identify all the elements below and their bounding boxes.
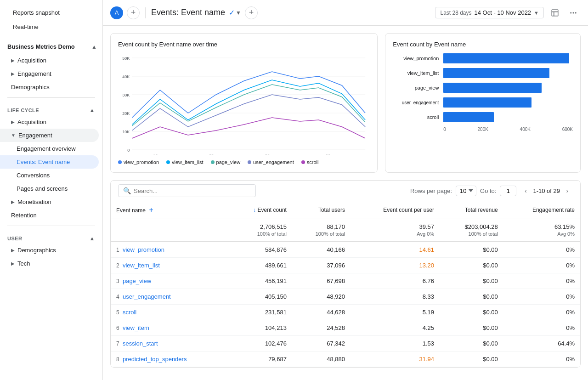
bar-row-scroll: scroll — [393, 112, 573, 122]
sidebar-section-label-user[interactable]: User ▲ — [0, 230, 102, 244]
event-name-link[interactable]: view_item_list — [123, 262, 160, 269]
event-name-link[interactable]: scroll — [123, 309, 136, 316]
data-table: Event name + ↓ Event count Total users E… — [111, 201, 580, 367]
th-total-users[interactable]: Total users — [292, 201, 351, 219]
event-name-link[interactable]: predicted_top_spenders — [123, 356, 187, 363]
td-engagement: 0% — [503, 258, 580, 273]
legend-dot — [248, 160, 251, 164]
td-revenue: $0.00 — [440, 336, 503, 352]
expand-icon: ▶ — [11, 199, 15, 204]
divider — [7, 226, 95, 226]
event-name-link[interactable]: page_view — [123, 278, 151, 284]
divider — [7, 97, 95, 98]
add-report-button[interactable]: + — [245, 6, 258, 19]
summary-total-users: 88,170 100% of total — [292, 219, 351, 242]
line-chart-title: Event count by Event name over time — [118, 41, 370, 48]
th-total-revenue[interactable]: Total revenue — [440, 201, 503, 219]
page-nav: ‹ 1-10 of 29 › — [520, 185, 573, 196]
rows-per-page-label: Rows per page: — [410, 187, 452, 194]
summary-engagement: 63.15% Avg 0% — [503, 219, 580, 242]
legend-item-page-view: page_view — [211, 159, 241, 165]
sidebar-item-acquisition-lc[interactable]: ▶ Acquisition — [0, 115, 99, 129]
add-property-button[interactable]: + — [127, 6, 140, 19]
sidebar-item-engagement-overview[interactable]: Engagement overview — [0, 142, 99, 155]
report-status-dropdown[interactable]: ✓ ▼ — [229, 8, 241, 17]
sort-desc-icon: ↓ — [253, 207, 256, 213]
summary-revenue: $203,004.28 100% of total — [440, 219, 503, 242]
topbar: A + Events: Event name ✓ ▼ + Last 28 day… — [103, 0, 588, 26]
td-revenue: $0.00 — [440, 305, 503, 320]
check-icon: ✓ — [229, 8, 235, 17]
bar-label: user_engagement — [393, 100, 443, 105]
event-name-link[interactable]: view_item — [123, 324, 149, 331]
prev-page-button[interactable]: ‹ — [520, 185, 531, 196]
sidebar-item-tech[interactable]: ▶ Tech — [0, 257, 99, 270]
td-per-user: 13.20 — [351, 258, 440, 273]
svg-text:23: 23 — [209, 153, 214, 154]
sidebar-item-reports-snapshot[interactable]: Reports snapshot — [7, 6, 99, 20]
line-chart-card: Event count by Event name over time 50K … — [110, 33, 378, 173]
td-rank: 7 session_start — [111, 336, 228, 352]
add-column-button[interactable]: + — [149, 206, 153, 214]
sidebar-item-monetisation[interactable]: ▶ Monetisation — [0, 195, 99, 209]
divider — [145, 7, 146, 18]
legend-item-scroll: scroll — [301, 159, 319, 165]
goto-input[interactable] — [500, 186, 516, 196]
expand-icon: ▶ — [11, 58, 15, 63]
td-revenue: $0.00 — [440, 320, 503, 336]
sidebar-item-events-event-name[interactable]: Events: Event name — [0, 155, 99, 169]
th-event-name[interactable]: Event name + — [111, 201, 228, 219]
td-total-users: 40,166 — [292, 242, 351, 258]
content-area: Event count by Event name over time 50K … — [103, 26, 588, 380]
sidebar-item-demographics-user[interactable]: ▶ Demographics — [0, 244, 99, 257]
sidebar-item-demographics-bm[interactable]: Demographics — [0, 80, 99, 94]
td-event-count: 231,581 — [228, 305, 292, 320]
next-page-button[interactable]: › — [562, 185, 573, 196]
event-name-link[interactable]: session_start — [123, 340, 158, 347]
td-per-user: 14.61 — [351, 242, 440, 258]
svg-text:30: 30 — [265, 153, 270, 154]
td-engagement: 64.4% — [503, 336, 580, 352]
td-total-users: 37,096 — [292, 258, 351, 273]
th-engagement-rate[interactable]: Engagement rate — [503, 201, 580, 219]
sidebar-item-retention[interactable]: Retention — [0, 209, 99, 222]
td-total-users: 24,528 — [292, 320, 351, 336]
bar-bg — [443, 83, 573, 93]
event-name-link[interactable]: user_engagement — [123, 293, 171, 300]
svg-text:0: 0 — [127, 148, 130, 153]
bar-bg — [443, 97, 573, 108]
legend-item-view-promotion: view_promotion — [118, 159, 159, 165]
td-event-count: 405,150 — [228, 289, 292, 305]
sidebar-item-pages-screens[interactable]: Pages and screens — [0, 182, 99, 195]
sidebar-section-user: User ▲ ▶ Demographics ▶ Tech — [0, 230, 102, 270]
legend-dot — [301, 160, 305, 164]
charts-row: Event count by Event name over time 50K … — [110, 33, 581, 173]
more-options-button[interactable] — [566, 6, 581, 20]
sidebar-item-engagement-bm[interactable]: ▶ Engagement — [0, 67, 99, 80]
date-range-picker[interactable]: Last 28 days 14 Oct - 10 Nov 2022 ▼ — [435, 7, 544, 18]
th-event-count[interactable]: ↓ Event count — [228, 201, 292, 219]
sidebar-item-engagement-lc[interactable]: ▼ Engagement — [0, 129, 99, 142]
share-button[interactable] — [548, 6, 562, 20]
chevron-up-icon: ▲ — [90, 235, 95, 242]
rows-per-page-select[interactable]: 10 25 50 — [456, 186, 476, 196]
sidebar-item-acquisition-bm[interactable]: ▶ Acquisition — [0, 54, 99, 67]
td-revenue: $0.00 — [440, 352, 503, 367]
legend-dot — [118, 160, 122, 164]
topbar-right: Last 28 days 14 Oct - 10 Nov 2022 ▼ — [435, 6, 581, 20]
search-box[interactable]: 🔍 — [118, 184, 256, 197]
search-input[interactable] — [134, 187, 251, 194]
th-event-count-per-user[interactable]: Event count per user — [351, 201, 440, 219]
sidebar-section-label-lifecycle[interactable]: Life cycle ▲ — [0, 102, 102, 115]
sidebar-section-header-business-metrics[interactable]: Business Metrics Demo ▲ — [0, 40, 102, 54]
sidebar-section-lifecycle: Life cycle ▲ ▶ Acquisition ▼ Engagement … — [0, 102, 102, 222]
sidebar-item-real-time[interactable]: Real-time — [7, 20, 99, 34]
table-row: 8 predicted_top_spenders 79,687 48,880 3… — [111, 352, 580, 367]
sidebar-section-business-metrics: Business Metrics Demo ▲ ▶ Acquisition ▶ … — [0, 40, 102, 94]
sidebar-item-conversions[interactable]: Conversions — [0, 169, 99, 182]
sidebar: Reports snapshot Real-time Business Metr… — [0, 0, 103, 380]
td-engagement: 0% — [503, 273, 580, 289]
svg-point-3 — [575, 12, 577, 13]
svg-text:20K: 20K — [122, 111, 130, 116]
event-name-link[interactable]: view_promotion — [123, 246, 164, 253]
